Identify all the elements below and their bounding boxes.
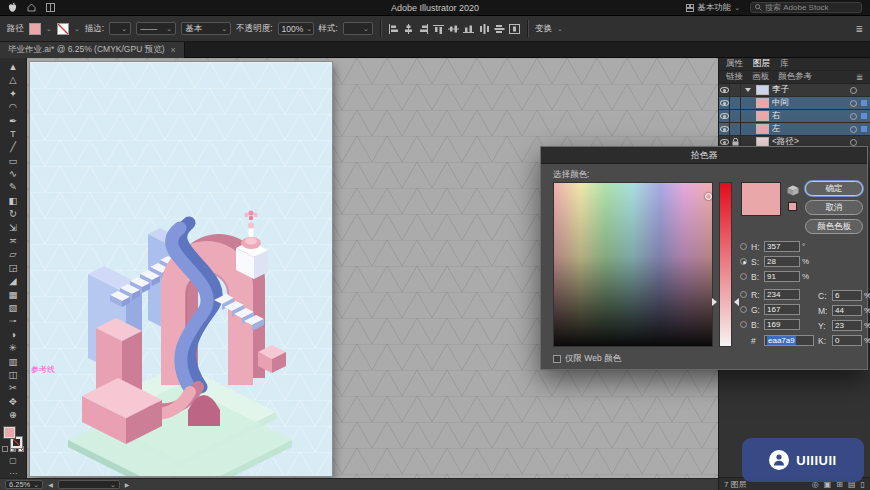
align-left-icon[interactable] xyxy=(388,24,399,34)
artboard-navigation-dropdown[interactable]: ⌄ xyxy=(58,480,120,489)
rectangle-tool[interactable]: ▭ xyxy=(1,154,26,167)
channel-input[interactable]: 91 xyxy=(764,271,800,282)
pencil-tool[interactable]: ✎ xyxy=(1,181,26,194)
stroke-weight-dropdown[interactable]: ⌄ xyxy=(109,22,131,35)
artboard[interactable]: 参考线 xyxy=(30,62,332,476)
panel-menu-icon[interactable]: ≣ xyxy=(856,72,863,82)
target-circle-icon[interactable] xyxy=(850,113,857,120)
lasso-tool[interactable]: ◠ xyxy=(1,100,26,113)
align-bottom-icon[interactable] xyxy=(463,24,474,34)
line-segment-tool[interactable]: ╱ xyxy=(1,140,26,153)
channel-input[interactable]: 167 xyxy=(764,304,800,315)
color-slider[interactable] xyxy=(719,182,732,347)
align-top-icon[interactable] xyxy=(433,24,444,34)
blend-tool[interactable]: ◑ xyxy=(1,328,26,341)
direct-selection-tool[interactable]: △ xyxy=(1,73,26,86)
visibility-eye-icon[interactable] xyxy=(720,100,729,106)
home-icon[interactable] xyxy=(27,3,36,12)
out-of-web-color-cube-icon[interactable] xyxy=(787,185,799,196)
workspace-switcher[interactable]: 基本功能 ⌄ xyxy=(686,2,740,14)
chevron-down-icon[interactable]: ⌄ xyxy=(46,25,52,32)
distribute-spacing-icon[interactable] xyxy=(509,24,520,34)
panel-tab[interactable]: 画板 xyxy=(752,71,769,83)
web-safe-color-swatch[interactable] xyxy=(788,202,797,211)
panel-tab[interactable]: 颜色参考 xyxy=(778,71,812,83)
stroke-well[interactable] xyxy=(11,437,22,448)
align-middle-icon[interactable] xyxy=(448,24,459,34)
slider-arrow-left-icon[interactable] xyxy=(712,298,717,306)
next-artboard-icon[interactable]: ▶ xyxy=(125,481,130,488)
layer-row[interactable]: 右 xyxy=(719,110,870,123)
screen-mode-icon[interactable]: ▢ xyxy=(9,457,17,465)
close-tab-icon[interactable]: × xyxy=(170,45,175,55)
control-panel-menu-icon[interactable]: ≣ xyxy=(855,24,863,34)
align-center-icon[interactable] xyxy=(403,24,414,34)
width-tool[interactable]: ≍ xyxy=(1,234,26,247)
cancel-button[interactable]: 取消 xyxy=(805,200,863,215)
layer-thumbnail[interactable] xyxy=(756,85,769,95)
lock-icon[interactable] xyxy=(732,138,739,146)
channel-radio[interactable] xyxy=(740,306,747,313)
color-swatches-button[interactable]: 颜色色板 xyxy=(805,219,863,234)
perspective-grid-tool[interactable]: ◢ xyxy=(1,274,26,287)
layer-name[interactable]: 中间 xyxy=(772,97,789,109)
dialog-title[interactable]: 拾色器 xyxy=(541,147,867,164)
color-field-marker[interactable] xyxy=(705,193,712,200)
eyedropper-tool[interactable]: ⊸ xyxy=(1,314,26,327)
layer-row[interactable]: 中间 xyxy=(719,97,870,110)
target-circle-icon[interactable] xyxy=(850,87,857,94)
slice-tool[interactable]: ✂ xyxy=(1,381,26,394)
artboard-tool[interactable]: ◫ xyxy=(1,368,26,381)
distribute-horizontal-icon[interactable] xyxy=(479,24,490,34)
brush-definition-dropdown[interactable]: 基本⌄ xyxy=(181,22,231,35)
paintbrush-tool[interactable]: ∿ xyxy=(1,167,26,180)
layer-row[interactable]: 李子 xyxy=(719,84,870,97)
layer-name[interactable]: 右 xyxy=(772,110,781,122)
chevron-down-icon[interactable]: ⌄ xyxy=(74,25,80,32)
document-tab[interactable]: 毕业作业.ai* @ 6.25% (CMYK/GPU 预览) × xyxy=(0,42,185,58)
cmyk-input[interactable]: 44 xyxy=(832,305,862,316)
eraser-tool[interactable]: ◧ xyxy=(1,194,26,207)
hex-input[interactable]: eaa7a9 xyxy=(764,335,814,346)
magic-wand-tool[interactable]: ✦ xyxy=(1,87,26,100)
type-tool[interactable]: T xyxy=(1,127,26,140)
visibility-eye-icon[interactable] xyxy=(720,126,729,132)
target-circle-icon[interactable] xyxy=(850,139,857,146)
pen-tool[interactable]: ✒ xyxy=(1,114,26,127)
channel-input[interactable]: 28 xyxy=(764,256,800,267)
channel-radio[interactable] xyxy=(740,273,747,280)
mesh-tool[interactable]: ▦ xyxy=(1,288,26,301)
panel-tab[interactable]: 库 xyxy=(780,58,789,70)
panel-tab[interactable]: 图层 xyxy=(753,58,770,70)
web-only-checkbox[interactable] xyxy=(553,355,561,363)
color-mode-icon[interactable] xyxy=(2,446,8,452)
visibility-eye-icon[interactable] xyxy=(720,139,729,145)
cmyk-input[interactable]: 6 xyxy=(832,290,862,301)
opacity-dropdown[interactable]: 100%⌄ xyxy=(278,22,314,35)
stroke-color-swatch[interactable] xyxy=(57,23,69,35)
channel-radio[interactable] xyxy=(740,258,747,265)
stock-search-input[interactable]: 搜索 Adobe Stock xyxy=(750,2,862,13)
channel-input[interactable]: 357 xyxy=(764,241,800,252)
layer-name[interactable]: 左 xyxy=(772,123,781,135)
zoom-dropdown[interactable]: 6.25% ⌄ xyxy=(5,480,43,489)
layer-thumbnail[interactable] xyxy=(756,111,769,121)
slider-arrow-right-icon[interactable] xyxy=(734,298,739,306)
channel-input[interactable]: 234 xyxy=(764,289,800,300)
transform-label[interactable]: 变换 xyxy=(535,23,552,35)
channel-radio[interactable] xyxy=(740,291,747,298)
color-field[interactable] xyxy=(553,182,713,347)
symbol-sprayer-tool[interactable]: ✳ xyxy=(1,341,26,354)
channel-radio[interactable] xyxy=(740,321,747,328)
hand-tool[interactable]: ✥ xyxy=(1,395,26,408)
visibility-eye-icon[interactable] xyxy=(720,87,729,93)
target-circle-icon[interactable] xyxy=(850,100,857,107)
prev-artboard-icon[interactable]: ◀ xyxy=(48,481,53,488)
apple-menu-icon[interactable] xyxy=(8,2,17,13)
shape-builder-tool[interactable]: ◲ xyxy=(1,261,26,274)
arrange-documents-icon[interactable] xyxy=(46,3,55,12)
style-dropdown[interactable]: ⌄ xyxy=(343,22,373,35)
expand-triangle-icon[interactable] xyxy=(745,88,751,92)
visibility-eye-icon[interactable] xyxy=(720,113,729,119)
align-right-icon[interactable] xyxy=(418,24,429,34)
